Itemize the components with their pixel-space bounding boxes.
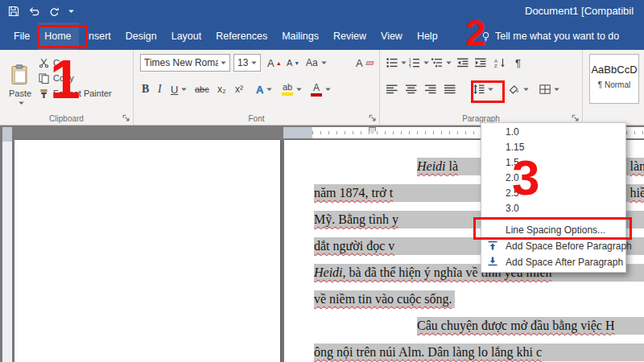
add-space-after-icon <box>488 257 497 266</box>
tab-review[interactable]: Review <box>326 23 374 50</box>
bullets-button[interactable] <box>386 54 407 72</box>
clear-formatting-button[interactable]: A <box>356 54 374 72</box>
annotation-number-2: 2 <box>465 14 486 51</box>
change-case-button[interactable]: Aa <box>306 54 327 72</box>
menu-item-spacing-2.5[interactable]: 2.5 <box>481 186 625 201</box>
tell-me-box[interactable]: Tell me what you want to do <box>481 23 619 50</box>
decrease-indent-icon <box>457 58 469 68</box>
decrease-indent-button[interactable] <box>457 54 469 72</box>
font-size-caret-icon <box>251 61 257 64</box>
format-painter-icon <box>39 88 49 99</box>
styles-group: AaBbCcD ¶ Normal <box>583 50 644 125</box>
ribbon: Paste Cut Copy Format Painter Clipboard … <box>0 50 644 125</box>
menu-item-spacing-1.0[interactable]: 1.0 <box>481 125 625 140</box>
svg-text:3: 3 <box>409 65 411 68</box>
font-name-combo[interactable]: Times New Roman <box>140 54 230 72</box>
shrink-font-button[interactable]: A▼ <box>287 54 299 72</box>
scissors-icon <box>39 58 49 68</box>
numbering-icon: 123 <box>409 58 420 68</box>
text-effects-button[interactable]: A <box>256 80 272 98</box>
paste-button[interactable]: Paste <box>4 53 36 116</box>
strikethrough-button[interactable]: abc <box>195 80 209 98</box>
paragraph-dialog-launcher-icon[interactable] <box>572 114 580 122</box>
tab-design[interactable]: Design <box>118 23 164 50</box>
font-color-bar <box>311 93 322 97</box>
annotation-box-home-tab <box>37 25 88 48</box>
quick-access-toolbar <box>8 0 74 23</box>
save-icon[interactable] <box>8 6 19 17</box>
align-right-button[interactable] <box>425 80 436 98</box>
menu-item-add-space-after[interactable]: Add Space After Paragraph <box>481 254 625 270</box>
borders-button[interactable] <box>539 80 559 98</box>
style-normal-cell[interactable]: AaBbCcD ¶ Normal <box>589 54 639 104</box>
align-center-button[interactable] <box>406 80 417 98</box>
font-dialog-launcher-icon[interactable] <box>369 114 377 122</box>
align-left-button[interactable] <box>386 80 398 98</box>
show-formatting-marks-button[interactable]: ¶ <box>515 54 521 72</box>
multilevel-list-button[interactable] <box>431 54 452 72</box>
style-preview: AaBbCcD <box>590 64 638 76</box>
font-group: Times New Roman 13 A▲ A▼ Aa A B I <box>134 50 380 125</box>
word-window: Document1 [Compatibil FileHomeInsertDesi… <box>0 0 644 362</box>
multilevel-list-icon <box>431 58 443 68</box>
numbering-button[interactable]: 123 <box>409 54 429 72</box>
svg-text:Z: Z <box>494 64 497 68</box>
grow-font-button[interactable]: A▲ <box>267 54 282 72</box>
annotation-number-3: 3 <box>512 153 539 203</box>
ribbon-tab-row: FileHomeInsertDesignLayoutReferencesMail… <box>0 23 644 50</box>
subscript-button[interactable]: x₂ <box>217 80 226 98</box>
document-line[interactable]: về niềm tin vào cuộc sống. <box>314 290 455 308</box>
annotation-box-line-spacing-options <box>473 217 632 240</box>
menu-item-add-space-before[interactable]: Add Space Before Paragraph <box>481 238 625 254</box>
tellme-label: Tell me what you want to do <box>495 31 619 42</box>
font-name-value: Times New Roman <box>144 57 218 68</box>
highlight-button[interactable]: ab <box>282 80 302 98</box>
underline-button[interactable]: U <box>171 80 187 98</box>
menu-item-spacing-1.15[interactable]: 1.15 <box>481 140 625 155</box>
align-left-icon <box>386 84 398 94</box>
document-line[interactable]: Câu chuyện được mở đầu bằng việc H <box>417 317 644 335</box>
font-size-value: 13 <box>237 57 248 68</box>
undo-icon[interactable] <box>28 6 40 17</box>
underline-caret-icon <box>181 88 187 91</box>
annotation-box-line-spacing-button <box>471 80 505 103</box>
justify-icon <box>444 84 456 94</box>
menu-item-spacing-2.0[interactable]: 2.0 <box>481 171 625 186</box>
increase-indent-button[interactable] <box>475 54 486 72</box>
page-left[interactable] <box>14 140 280 362</box>
tab-help[interactable]: Help <box>410 23 445 50</box>
highlight-color-bar <box>282 93 293 96</box>
sort-button[interactable]: AZ <box>494 54 506 72</box>
tab-file[interactable]: File <box>6 23 37 50</box>
font-color-button[interactable]: A <box>311 80 331 98</box>
window-title: Document1 [Compatibil <box>525 0 644 23</box>
bold-button[interactable]: B <box>142 80 149 98</box>
italic-button[interactable]: I <box>158 80 162 98</box>
justify-button[interactable] <box>444 80 456 98</box>
document-line[interactable]: ông nội trên núi Alm. Dân làng lo lắng k… <box>314 343 644 361</box>
line-spacing-menu: 1.01.151.52.02.53.0 Line Spacing Options… <box>481 122 626 273</box>
paste-icon <box>11 64 29 85</box>
add-space-before-icon <box>488 241 497 250</box>
tab-references[interactable]: References <box>208 23 275 50</box>
vertical-ruler[interactable] <box>2 127 12 362</box>
font-group-label: Font <box>134 114 379 123</box>
font-size-combo[interactable]: 13 <box>233 54 261 72</box>
copy-icon <box>39 73 49 84</box>
paste-caret-icon <box>19 101 24 105</box>
style-name: ¶ Normal <box>590 80 638 89</box>
tab-layout[interactable]: Layout <box>164 23 209 50</box>
tab-mailings[interactable]: Mailings <box>275 23 326 50</box>
superscript-button[interactable]: x² <box>235 80 243 98</box>
shading-button[interactable] <box>509 80 529 98</box>
align-right-icon <box>425 84 436 94</box>
clipboard-group-label: Clipboard <box>0 114 133 123</box>
align-center-icon <box>406 84 417 94</box>
tab-view[interactable]: View <box>374 23 410 50</box>
annotation-number-1: 1 <box>50 51 80 106</box>
qat-customize-icon[interactable] <box>68 10 74 13</box>
clipboard-dialog-launcher-icon[interactable] <box>122 114 130 122</box>
menu-item-spacing-3.0[interactable]: 3.0 <box>481 201 625 216</box>
menu-item-spacing-1.5[interactable]: 1.5 <box>481 155 625 171</box>
redo-icon[interactable] <box>49 6 60 17</box>
